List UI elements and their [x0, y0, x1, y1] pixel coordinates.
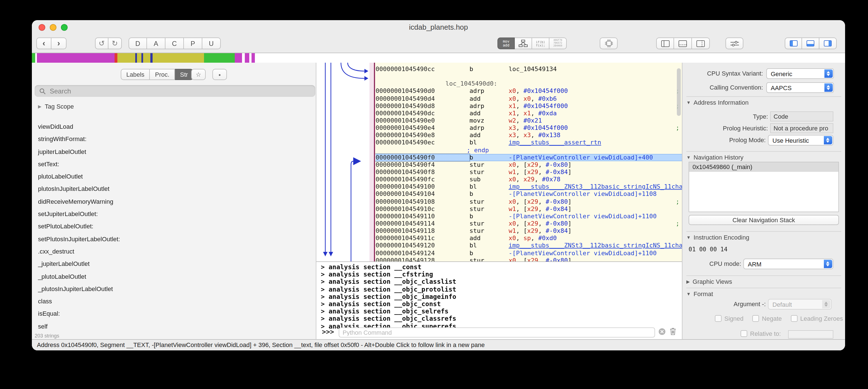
format-checkbox-row: SignedNegateLeading Zeroes [715, 315, 845, 323]
disasm-row[interactable]: 00000001045490d8adrpx1, #0x10454f000; [376, 102, 682, 109]
symbol-list-item[interactable]: _plutoLabelOutlet [32, 270, 316, 283]
clear-console-button[interactable] [670, 328, 676, 337]
disasm-row[interactable]: 00000001045490dcaddx1, x1, #0xda [376, 110, 682, 117]
disasm-row[interactable]: 00000001045490f4sturx0, [x29, #-0x80] [376, 161, 682, 168]
search-input[interactable] [49, 86, 315, 95]
toggle-bottom-panel-button[interactable] [802, 37, 819, 49]
split-bottom-button[interactable] [674, 37, 692, 49]
hex-view-button[interactable]: 486F70 706572 204469 [550, 37, 567, 49]
symbol-list-item[interactable]: plutosInJupiterLabelOutlet [32, 183, 316, 195]
symbol-list-item[interactable]: _plutosInJupiterLabelOutlet [32, 283, 316, 295]
assembly-view-button[interactable]: mov add [497, 37, 515, 49]
disasm-row[interactable]: 000000010454910csturw1, [x29, #-0x84] [376, 205, 682, 213]
symbol-list-item[interactable]: self [32, 320, 316, 332]
disasm-row[interactable]: 0000000104549110b-[PlanetViewController … [376, 213, 682, 220]
python-command-input[interactable] [339, 328, 655, 337]
star-icon: ☆ [196, 71, 201, 78]
format-checkbox-signed: Signed [715, 315, 744, 322]
disasm-row[interactable]: 000000010454911caddx0, sp, #0xd0 [376, 234, 682, 242]
symbol-list-item[interactable]: _jupiterLabelOutlet [32, 258, 316, 270]
symbol-list-item[interactable]: plutoLabelOutlet [32, 170, 316, 183]
endp-directive[interactable]: ; endp [376, 146, 682, 154]
disasm-row[interactable]: 00000001045490ecblimp___stubs____assert_… [376, 139, 682, 146]
tab-labels[interactable]: Labels [121, 69, 150, 80]
tab-proc[interactable]: Proc. [150, 69, 175, 80]
toolbar-letter-button-u[interactable]: U [202, 37, 221, 49]
toggle-right-panel-button[interactable] [819, 37, 837, 49]
instruction-address: 0000000104549124 [376, 249, 469, 257]
processor-button[interactable] [600, 37, 618, 49]
pseudocode-view-button[interactable]: if(b) f(x); [532, 37, 550, 49]
section-navigation-history[interactable]: ▼ Navigation History [686, 151, 841, 161]
symbol-list-item[interactable]: didReceiveMemoryWarning [32, 195, 316, 208]
disassembly-view[interactable]: 00000001045490ccbloc_104549134loc_104549… [316, 63, 682, 261]
disasm-row[interactable]: 00000001045490fcsubx0, x29, #0x78 [376, 176, 682, 183]
section-format[interactable]: ▼ Format [686, 288, 841, 297]
minimize-window-button[interactable] [50, 24, 57, 31]
checkbox-label: Negate [762, 315, 782, 322]
toolbar-letter-button-p[interactable]: P [184, 37, 202, 49]
disasm-row[interactable]: 00000001045490d4addx0, x0, #0xb6 [376, 95, 682, 102]
scope-filter-button[interactable]: ● [212, 69, 227, 80]
symbol-list-item[interactable]: setPlutoLabelOutlet: [32, 220, 316, 233]
symbol-list-item[interactable]: stringWithFormat: [32, 133, 316, 145]
disasm-row[interactable]: 00000001045490e0movzw2, #0x21 [376, 117, 682, 124]
prolog-heuristic-field[interactable]: Not a procedure pro [770, 123, 833, 133]
disasm-row[interactable]: 0000000104549128sturx0, [x29, #-0x80] [376, 257, 682, 261]
split-left-button[interactable] [656, 37, 674, 49]
close-window-button[interactable] [38, 24, 45, 31]
toolbar-letter-button-a[interactable]: A [147, 37, 165, 49]
local-label[interactable]: loc_1045490d0: [376, 80, 682, 88]
instruction-operand: x29 [527, 220, 538, 227]
tag-scope-row[interactable]: ▶ Tag Scope [38, 103, 74, 110]
disasm-row[interactable]: 00000001045490f8sturw1, [x29, #-0x84] [376, 168, 682, 176]
type-field[interactable]: Code [770, 111, 833, 121]
toggle-left-panel-button[interactable] [785, 37, 802, 49]
navigation-history-item[interactable]: 0x104549860 (_main) [689, 162, 838, 172]
symbol-list-item[interactable]: viewDidLoad [32, 120, 316, 133]
redo-button[interactable]: ↻ [108, 37, 122, 49]
disasm-row[interactable]: 00000001045490e8addx3, x3, #0x138 [376, 132, 682, 139]
symbol-list-item[interactable]: .cxx_destruct [32, 245, 316, 258]
section-instruction-encoding[interactable]: ▼ Instruction Encoding [686, 231, 841, 241]
forward-button[interactable]: › [52, 37, 66, 49]
symbol-list-item[interactable]: class [32, 295, 316, 308]
symbol-list-item[interactable]: setPlutosInJupiterLabelOutlet: [32, 232, 316, 245]
disasm-row[interactable]: 0000000104549124b-[PlanetViewController … [376, 249, 682, 257]
symbol-list-item[interactable]: setJupiterLabelOutlet: [32, 207, 316, 220]
tab-str[interactable]: Str [175, 69, 193, 80]
clear-input-button[interactable] [658, 328, 666, 337]
inspector-options-button[interactable] [725, 37, 743, 49]
navigation-map-bar[interactable] [32, 53, 845, 63]
disasm-row[interactable]: 00000001045490d0adrpx0, #0x10454f000; [376, 88, 682, 95]
split-right-button[interactable] [692, 37, 710, 49]
prolog-mode-popup[interactable]: Use Heuristic [768, 135, 833, 145]
disasm-row[interactable]: 0000000104549108sturx0, [x29, #-0x80]; [376, 198, 682, 205]
disassembly-scrollbar[interactable] [677, 68, 681, 116]
disasm-row[interactable]: 0000000104549100blimp___stubs____ZNSt3__… [376, 183, 682, 191]
disasm-row[interactable]: 0000000104549114sturx0, [x29, #-0x80]; [376, 220, 682, 227]
disasm-row[interactable]: 0000000104549118sturw1, [x29, #-0x84] [376, 227, 682, 234]
disasm-row[interactable]: 0000000104549104b-[PlanetViewController … [376, 191, 682, 198]
toolbar-letter-button-d[interactable]: D [129, 37, 147, 49]
zoom-window-button[interactable] [61, 24, 68, 31]
undo-button[interactable]: ↺ [95, 37, 108, 49]
disasm-row[interactable]: 00000001045490f0b-[PlanetViewController … [376, 154, 682, 161]
section-graphic-views[interactable]: ▶ Graphic Views [686, 275, 841, 285]
clear-navigation-stack-button[interactable]: Clear Navigation Stack [689, 215, 839, 225]
disasm-row[interactable]: 00000001045490e4adrpx3, #0x10454f000; [376, 124, 682, 132]
symbol-list-item[interactable]: setText: [32, 158, 316, 170]
cpu-mode-popup[interactable]: ARM [743, 258, 833, 269]
cfg-view-button[interactable] [515, 37, 532, 49]
disasm-row[interactable]: 00000001045490ccbloc_104549134 [376, 65, 682, 73]
cpu-syntax-popup[interactable]: Generic [766, 68, 834, 79]
back-button[interactable]: ‹ [36, 37, 52, 49]
symbol-list-item[interactable]: isEqual: [32, 308, 316, 320]
symbol-list-item[interactable]: jupiterLabelOutlet [32, 145, 316, 158]
toolbar-letter-button-c[interactable]: C [165, 37, 184, 49]
blank-row[interactable] [376, 73, 682, 80]
section-address-information[interactable]: ▼ Address Information [686, 96, 841, 106]
disasm-row[interactable]: 0000000104549120blimp___stubs____ZNSt3__… [376, 242, 682, 249]
calling-convention-popup[interactable]: AAPCS [766, 82, 834, 93]
favorites-filter-button[interactable]: ☆ [191, 69, 206, 80]
